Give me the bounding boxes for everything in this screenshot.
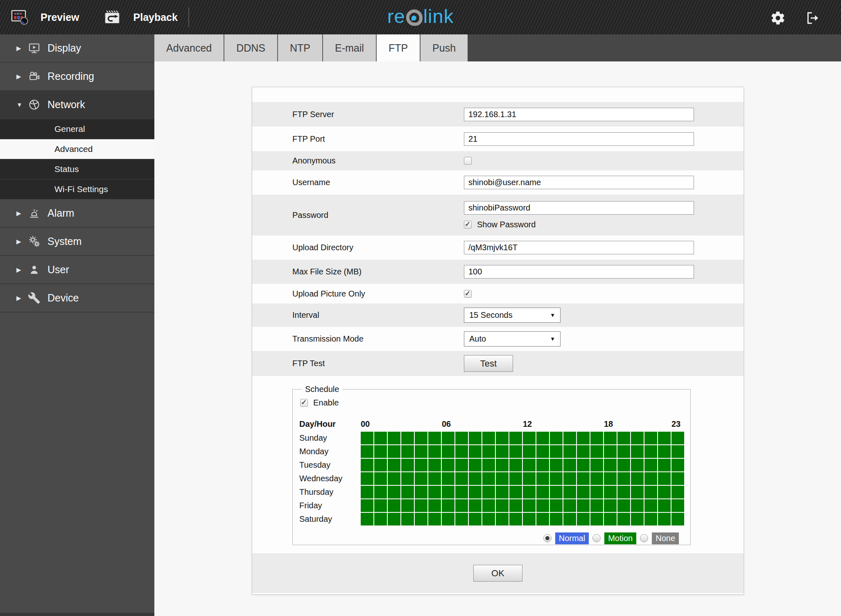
schedule-cell[interactable] xyxy=(577,486,590,498)
schedule-cell[interactable] xyxy=(469,513,482,525)
schedule-cell[interactable] xyxy=(401,472,414,485)
schedule-cell[interactable] xyxy=(604,513,617,525)
ok-button[interactable]: OK xyxy=(473,565,522,582)
schedule-cell[interactable] xyxy=(401,499,414,512)
schedule-cell[interactable] xyxy=(644,459,657,471)
schedule-cell[interactable] xyxy=(374,432,387,444)
schedule-cell[interactable] xyxy=(590,472,603,485)
schedule-cell[interactable] xyxy=(401,432,414,444)
schedule-cell[interactable] xyxy=(374,513,387,525)
schedule-cell[interactable] xyxy=(577,459,590,471)
schedule-cell[interactable] xyxy=(658,472,671,485)
schedule-cell[interactable] xyxy=(523,513,536,525)
schedule-cell[interactable] xyxy=(415,445,427,458)
schedule-cell[interactable] xyxy=(469,486,482,498)
schedule-cell[interactable] xyxy=(577,513,590,525)
ftp-server-input[interactable] xyxy=(464,108,694,121)
anonymous-checkbox[interactable] xyxy=(464,157,472,165)
username-input[interactable] xyxy=(464,176,694,189)
upload-directory-input[interactable] xyxy=(464,241,694,254)
schedule-cell[interactable] xyxy=(563,513,576,525)
interval-select[interactable]: 15 Seconds xyxy=(464,308,561,323)
sidebar-item-general[interactable]: General xyxy=(0,119,154,139)
schedule-cell[interactable] xyxy=(536,459,549,471)
password-input[interactable] xyxy=(464,201,694,215)
schedule-cell[interactable] xyxy=(496,445,509,458)
schedule-cell[interactable] xyxy=(455,486,468,498)
schedule-cell[interactable] xyxy=(563,472,576,485)
schedule-cell[interactable] xyxy=(550,513,563,525)
schedule-cell[interactable] xyxy=(658,459,671,471)
schedule-cell[interactable] xyxy=(671,513,684,525)
schedule-cell[interactable] xyxy=(604,432,617,444)
schedule-cell[interactable] xyxy=(401,459,414,471)
schedule-cell[interactable] xyxy=(523,486,536,498)
schedule-cell[interactable] xyxy=(482,499,495,512)
schedule-cell[interactable] xyxy=(658,432,671,444)
schedule-cell[interactable] xyxy=(658,513,671,525)
logout-icon[interactable] xyxy=(804,10,821,26)
schedule-cell[interactable] xyxy=(523,459,536,471)
schedule-cell[interactable] xyxy=(415,459,427,471)
sidebar-item-system[interactable]: ▶System xyxy=(0,228,154,256)
schedule-cell[interactable] xyxy=(671,432,684,444)
sidebar-item-display[interactable]: ▶Display xyxy=(0,34,154,63)
schedule-cell[interactable] xyxy=(442,472,454,485)
schedule-cell[interactable] xyxy=(428,445,441,458)
schedule-cell[interactable] xyxy=(509,513,522,525)
schedule-cell[interactable] xyxy=(442,432,454,444)
mode-label-motion[interactable]: Motion xyxy=(604,532,636,544)
schedule-cell[interactable] xyxy=(428,432,441,444)
schedule-cell[interactable] xyxy=(388,486,400,498)
schedule-cell[interactable] xyxy=(455,513,468,525)
schedule-cell[interactable] xyxy=(577,445,590,458)
schedule-cell[interactable] xyxy=(496,513,509,525)
schedule-cell[interactable] xyxy=(617,499,630,512)
schedule-cell[interactable] xyxy=(577,499,590,512)
schedule-cell[interactable] xyxy=(469,499,482,512)
schedule-cell[interactable] xyxy=(631,432,644,444)
schedule-cell[interactable] xyxy=(617,459,630,471)
schedule-cell[interactable] xyxy=(563,486,576,498)
schedule-cell[interactable] xyxy=(442,445,454,458)
schedule-cell[interactable] xyxy=(617,445,630,458)
schedule-cell[interactable] xyxy=(617,486,630,498)
sidebar-item-alarm[interactable]: ▶Alarm xyxy=(0,199,154,228)
sidebar-item-recording[interactable]: ▶Recording xyxy=(0,63,154,91)
schedule-cell[interactable] xyxy=(401,486,414,498)
schedule-cell[interactable] xyxy=(496,432,509,444)
sidebar-item-user[interactable]: ▶User xyxy=(0,256,154,284)
schedule-cell[interactable] xyxy=(550,472,563,485)
schedule-cell[interactable] xyxy=(442,486,454,498)
schedule-cell[interactable] xyxy=(590,486,603,498)
schedule-cell[interactable] xyxy=(590,432,603,444)
schedule-cell[interactable] xyxy=(523,445,536,458)
mode-label-normal[interactable]: Normal xyxy=(555,532,589,544)
schedule-cell[interactable] xyxy=(442,499,454,512)
schedule-cell[interactable] xyxy=(536,513,549,525)
schedule-cell[interactable] xyxy=(388,499,400,512)
schedule-cell[interactable] xyxy=(577,432,590,444)
schedule-cell[interactable] xyxy=(617,513,630,525)
schedule-cell[interactable] xyxy=(361,499,373,512)
schedule-cell[interactable] xyxy=(388,459,400,471)
schedule-cell[interactable] xyxy=(536,499,549,512)
schedule-cell[interactable] xyxy=(455,499,468,512)
schedule-cell[interactable] xyxy=(442,513,454,525)
schedule-cell[interactable] xyxy=(482,513,495,525)
playback-button[interactable]: Playback xyxy=(103,7,178,27)
transmission-mode-select[interactable]: Auto xyxy=(464,331,561,346)
sidebar-item-network[interactable]: ▼Network xyxy=(0,91,154,119)
schedule-cell[interactable] xyxy=(644,472,657,485)
schedule-cell[interactable] xyxy=(604,472,617,485)
schedule-cell[interactable] xyxy=(644,445,657,458)
schedule-cell[interactable] xyxy=(388,445,400,458)
schedule-cell[interactable] xyxy=(374,486,387,498)
schedule-cell[interactable] xyxy=(604,459,617,471)
schedule-cell[interactable] xyxy=(509,486,522,498)
schedule-cell[interactable] xyxy=(455,472,468,485)
schedule-cell[interactable] xyxy=(401,445,414,458)
sidebar-item-advanced[interactable]: Advanced xyxy=(0,139,154,159)
schedule-cell[interactable] xyxy=(415,472,427,485)
schedule-cell[interactable] xyxy=(509,432,522,444)
